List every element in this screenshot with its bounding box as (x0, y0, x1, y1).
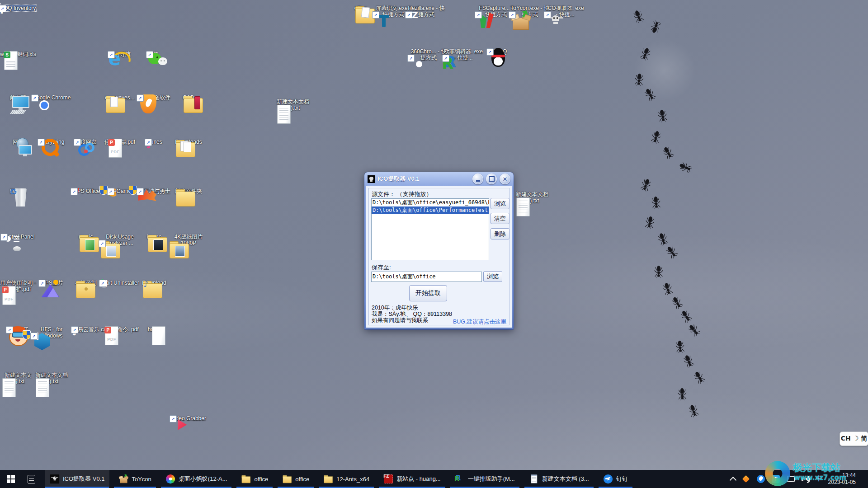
taskbar-item-12-a[interactable]: 桌面小蚂蚁(12-A... (160, 470, 232, 488)
shortcut-arrow-icon: ➚ (0, 5, 6, 12)
ant-graphic (650, 127, 663, 145)
ant-graphic (639, 43, 653, 61)
ant-graphic (675, 159, 693, 174)
shortcut-arrow-icon: ➚ (486, 48, 494, 56)
window-titlebar[interactable]: ICO提取器 V0.1 ✕ (364, 172, 514, 186)
minimize-button[interactable] (472, 174, 483, 184)
shortcut-arrow-icon: ➚ (71, 326, 78, 333)
desktop-icon-video-grabber[interactable]: ➚Video Grabber (168, 414, 209, 422)
notepad-icon (529, 474, 539, 484)
ant-graphic (654, 263, 664, 278)
shortcut-arrow-icon: ➚ (372, 11, 379, 19)
shortcut-arrow-icon: ➚ (38, 280, 46, 287)
network-tray-icon[interactable] (786, 474, 795, 483)
ant-graphic (680, 351, 695, 369)
desktop-icon-download[interactable]: ♪Download (134, 278, 175, 286)
source-file-list[interactable]: D:\tools\桌面\office\easyuefi_66948\EasyUE… (371, 198, 489, 260)
ant-graphic (677, 385, 687, 401)
ant-graphic (686, 400, 700, 418)
desktop-icon-4-txt[interactable]: 新建文本文档 (4).txt (512, 190, 552, 204)
desktop-icon-item-15[interactable]: ♻回收站 (0, 187, 38, 195)
taskbar-item-huang[interactable]: FZ新站点 - huang... (378, 470, 446, 488)
clock-time: 13:44 (828, 472, 856, 479)
folder-icon (323, 474, 333, 484)
ant-graphic (659, 142, 675, 160)
desktop-icon-google-chrome[interactable]: ➚Google Chrome (31, 93, 72, 101)
shortcut-arrow-icon: ➚ (407, 55, 415, 62)
shortcut-arrow-icon: ➚ (31, 94, 38, 102)
delete-button[interactable]: 删除 (491, 228, 509, 239)
browse-button[interactable]: 浏览 (491, 198, 509, 209)
desktop-icon-hosts[interactable]: hosts (134, 325, 175, 333)
close-button[interactable]: ✕ (500, 174, 510, 184)
desktop-icon-downloads[interactable]: Downloads (168, 137, 209, 145)
icoapp-icon (50, 474, 60, 484)
clear-button[interactable]: 清空 (491, 213, 509, 224)
desktop-icon-control-panel[interactable]: ➚Control Panel (0, 232, 38, 240)
taskbar-item-label: ToYcon (132, 476, 151, 483)
ime-indicator[interactable]: 中 (816, 475, 822, 483)
maximize-icon (489, 176, 495, 182)
desktop-icon-2-txt[interactable]: 新建文本文档 (2).txt (31, 371, 72, 385)
taskbar-item-label: 新建文本文档 (3... (542, 475, 589, 483)
save-to-label: 保存至: (372, 263, 391, 272)
shortcut-arrow-icon: ➚ (544, 11, 551, 19)
desktop-icon-4k-1080p[interactable]: 4K壁纸图片 1080P (168, 232, 209, 247)
taskbar-item-app-9[interactable]: 钉钉 (598, 470, 633, 488)
shortcut-arrow-icon: ➚ (509, 11, 516, 19)
ant-graphic (690, 367, 707, 385)
taskbar-item-3[interactable]: 新建文本文档 (3... (524, 470, 594, 488)
shortcut-arrow-icon: ➚ (137, 94, 144, 102)
desktop-icon-filezilla-exe[interactable]: FZ➚filezilla.exe - 快捷方式 (406, 4, 447, 18)
desktop-icon-word-xls[interactable]: Sword关键词.xls (0, 50, 38, 58)
taskbar-item-office[interactable]: office (236, 470, 273, 488)
taskbar-item-label: 新站点 - huang... (396, 475, 441, 483)
shortcut-arrow-icon: ➚ (170, 415, 177, 422)
taskbar-item-office[interactable]: office (277, 470, 314, 488)
taskbar-item-label: 桌面小蚂蚁(12-A... (179, 475, 227, 483)
ime-language-bar[interactable]: CH ☽ 简 (840, 432, 868, 446)
tray-icons: T (741, 474, 810, 483)
save-path-input[interactable] (371, 272, 482, 282)
ant-graphic (651, 193, 662, 209)
taskbar-item-ico-v0-1[interactable]: ICO提取器 V0.1 (45, 470, 109, 488)
taskbar-item-label: 钉钉 (616, 475, 628, 483)
taskbar-item-m[interactable]: RR一键排版助手(M... (450, 470, 520, 488)
task-view-button[interactable] (22, 470, 41, 488)
source-files-label: 源文件： （支持拖放） (372, 190, 432, 198)
taskbar-clock[interactable]: 13:44 2023-01-05 (828, 472, 857, 486)
desktop-icon-item-19[interactable]: 新建文件夹 (168, 187, 209, 195)
desktop-icon-cad[interactable]: CAD (168, 93, 209, 101)
desktop-icon-item-3[interactable]: ➚微信 (132, 50, 173, 58)
desktop-icon-ico-exe[interactable]: ➚ICO提取器. exe - 快捷... (545, 4, 585, 18)
ocr-tray-icon[interactable]: T (771, 474, 780, 483)
tray-expand-icon[interactable] (729, 476, 736, 483)
taskbar-item-12-ants-x64[interactable]: 12-Ants_x64 (318, 470, 374, 488)
taskbar-item-label: office (295, 476, 309, 483)
save-browse-button[interactable]: 浏览 (483, 271, 502, 282)
desktop-icon-qq[interactable]: ➚腾讯QQ (477, 47, 518, 55)
ant-graphic (660, 279, 674, 296)
info-line: 如果有问题请与我联系 (372, 317, 428, 324)
desktop-icon-3-txt[interactable]: 新建文本文档 (3).txt (273, 97, 313, 112)
shortcut-arrow-icon: ➚ (442, 55, 449, 62)
taskbar-item-toycon[interactable]: ToYcon (113, 470, 156, 488)
source-file-item[interactable]: D:\tools\桌面\office\easyuefi_66948\EasyUE… (372, 199, 489, 206)
start-button[interactable] (0, 470, 22, 488)
security-tray-icon[interactable] (741, 474, 750, 483)
extract-button[interactable]: 开始提取 (409, 285, 447, 301)
ant-graphic (639, 174, 654, 192)
task-view-icon (28, 475, 35, 483)
desktop-icon-pdq-inventory[interactable]: iPDQ➚PDQ Inventory (0, 4, 38, 12)
ant-graphic (644, 212, 656, 229)
volume-tray-icon[interactable] (801, 474, 810, 483)
shortcut-arrow-icon: ➚ (99, 280, 106, 287)
bug-feedback-link[interactable]: BUG,建议请点击这里 (453, 318, 506, 326)
oufei-icon: RR (455, 474, 465, 484)
window-title: ICO提取器 V0.1 (377, 175, 470, 183)
window-client: 源文件： （支持拖放） D:\tools\桌面\office\easyuefi_… (366, 186, 512, 328)
maximize-button[interactable] (486, 174, 497, 184)
dingtalk-tray-icon[interactable] (756, 474, 765, 483)
source-file-item[interactable]: D:\tools\桌面\office\PerformanceTest_19890… (372, 206, 489, 214)
taskbar-items: ICO提取器 V0.1ToYcon桌面小蚂蚁(12-A...officeoffi… (41, 470, 633, 488)
